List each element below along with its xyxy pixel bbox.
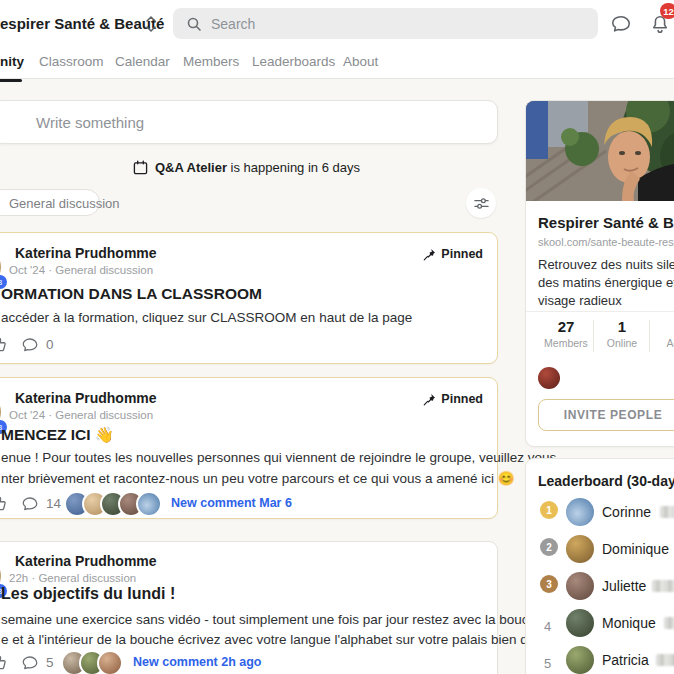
community-title[interactable]: Respirer Santé & Beauté: [538, 214, 674, 231]
tab-leaderboards[interactable]: Leaderboards: [252, 54, 335, 69]
avatar: [566, 572, 594, 600]
community-description-line: visage radieux: [538, 293, 622, 308]
thumbs-up-icon[interactable]: [0, 654, 7, 672]
chevron-up-down-icon[interactable]: [143, 15, 159, 33]
tab-about[interactable]: About: [343, 54, 378, 69]
event-banner-text: Q&A Atelier is happening in 6 days: [155, 160, 360, 175]
pushpin-icon: [423, 248, 436, 261]
leaderboard-name[interactable]: Monique: [602, 615, 656, 631]
avatar: [97, 650, 123, 674]
community-stats: 27 Members 1 Online 1 Admins: [526, 311, 674, 360]
leaderboard-row[interactable]: 3 Juliette: [526, 575, 674, 605]
search-input[interactable]: [173, 8, 598, 39]
tab-community[interactable]: nity: [0, 54, 24, 69]
redacted-last-name: [664, 617, 674, 629]
member-avatar[interactable]: [538, 367, 560, 389]
leaderboard-title: Leaderboard (30-day): [538, 473, 674, 489]
filter-chip-general-discussion[interactable]: General discussion: [0, 189, 100, 216]
comment-count: 5: [46, 655, 54, 670]
community-description-line: Retrouvez des nuits silencie: [538, 257, 674, 272]
post-author[interactable]: Katerina Prudhomme: [15, 553, 157, 569]
comments-icon[interactable]: [21, 336, 39, 354]
nav-tabs: nity Classroom Calendar Members Leaderbo…: [0, 48, 674, 79]
leaderboard-name[interactable]: Juliette: [602, 578, 646, 594]
leaderboard-card: Leaderboard (30-day) 1 Corinne 2 Dominiq…: [525, 458, 674, 674]
post-title[interactable]: Les objectifs du lundi !: [1, 585, 175, 603]
redacted-last-name: [656, 654, 674, 666]
comments-icon[interactable]: [21, 495, 39, 513]
thumbs-up-icon[interactable]: [0, 336, 7, 354]
tab-calendar[interactable]: Calendar: [115, 54, 170, 69]
post-title[interactable]: MENCEZ ICI 👋: [1, 426, 114, 444]
community-info-card: Respirer Santé & Beauté skool.com/sante-…: [525, 100, 674, 447]
post-meta: Oct '24 · General discussion: [9, 409, 153, 421]
rank-number: 5: [544, 656, 551, 671]
post-body-line: e et à l'intérieur de la bouche écrivez …: [1, 632, 589, 647]
post-card[interactable]: 3 Katerina Prudhomme Oct '24 · General d…: [0, 232, 498, 364]
stat-online: 1 Online: [594, 318, 650, 349]
tab-members[interactable]: Members: [183, 54, 239, 69]
leaderboard-name[interactable]: Corinne: [602, 504, 651, 520]
new-comment-link[interactable]: New comment 2h ago: [133, 655, 262, 669]
post-body-line: enue ! Pour toutes les nouvelles personn…: [1, 450, 556, 465]
post-meta: Oct '24 · General discussion: [9, 264, 153, 276]
leaderboard-name[interactable]: Patricia: [602, 652, 649, 668]
thumbs-up-icon[interactable]: [0, 495, 7, 513]
comment-count: 0: [46, 337, 54, 352]
post-card[interactable]: 3 Katerina Prudhomme Oct '24 · General d…: [0, 377, 498, 519]
avatar: [566, 609, 594, 637]
leaderboard-row[interactable]: 4 Monique: [526, 612, 674, 642]
post-author[interactable]: Katerina Prudhomme: [15, 390, 157, 406]
top-bar: espirer Santé & Beauté 12: [0, 0, 674, 48]
redacted-last-name: [660, 506, 674, 518]
commenter-avatars: [61, 650, 123, 674]
post-body-line: accéder à la formation, cliquez sur CLAS…: [1, 310, 412, 325]
sliders-icon: [474, 196, 489, 211]
composer-placeholder: Write something: [36, 114, 144, 131]
comment-count: 14: [46, 496, 61, 511]
active-tab-underline: [0, 79, 22, 82]
medal-silver-icon: 2: [540, 538, 558, 556]
avatar: [566, 535, 594, 563]
post-body-line: nter brièvement et racontez-nous un peu …: [1, 470, 515, 486]
stat-members: 27 Members: [538, 318, 594, 349]
new-comment-link[interactable]: New comment Mar 6: [171, 496, 292, 510]
community-cover-photo: [526, 101, 674, 201]
post-title[interactable]: ORMATION DANS LA CLASSROOM: [1, 285, 262, 303]
leaderboard-name[interactable]: Dominique: [602, 541, 669, 557]
chat-icon[interactable]: [610, 13, 632, 35]
post-meta: 22h · General discussion: [9, 572, 136, 584]
event-banner[interactable]: Q&A Atelier is happening in 6 days: [133, 158, 360, 176]
avatar: [566, 498, 594, 526]
comments-icon[interactable]: [21, 654, 39, 672]
redacted-last-name: [652, 580, 674, 592]
stat-admins: 1 Admins: [656, 318, 674, 349]
leaderboard-row[interactable]: 5 Patricia: [526, 649, 674, 674]
pushpin-icon: [423, 393, 436, 406]
post-composer[interactable]: Write something: [0, 100, 498, 144]
leaderboard-row[interactable]: 1 Corinne: [526, 501, 674, 531]
rank-number: 4: [544, 619, 551, 634]
post-card[interactable]: 3 Katerina Prudhomme 22h · General discu…: [0, 541, 498, 674]
medal-bronze-icon: 3: [540, 575, 558, 593]
tab-classroom[interactable]: Classroom: [39, 54, 104, 69]
medal-gold-icon: 1: [540, 501, 558, 519]
community-url[interactable]: skool.com/sante-beaute-respirati: [538, 236, 674, 248]
notification-count-badge: 12: [660, 3, 674, 19]
invite-people-button[interactable]: INVITE PEOPLE: [538, 399, 674, 431]
community-description-line: des matins énergique et un: [538, 275, 674, 290]
avatar: [566, 646, 594, 674]
leaderboard-row[interactable]: 2 Dominique: [526, 538, 674, 568]
calendar-icon: [133, 160, 148, 175]
avatar: [136, 491, 162, 517]
post-author[interactable]: Katerina Prudhomme: [15, 245, 157, 261]
pinned-flag: Pinned: [423, 392, 483, 406]
pinned-flag: Pinned: [423, 247, 483, 261]
feed-filter-button[interactable]: [466, 188, 496, 218]
commenter-avatars: [64, 491, 162, 517]
community-switcher-label[interactable]: espirer Santé & Beauté: [0, 15, 164, 32]
post-body-line: semaine une exercice sans vidéo - tout s…: [1, 612, 573, 627]
